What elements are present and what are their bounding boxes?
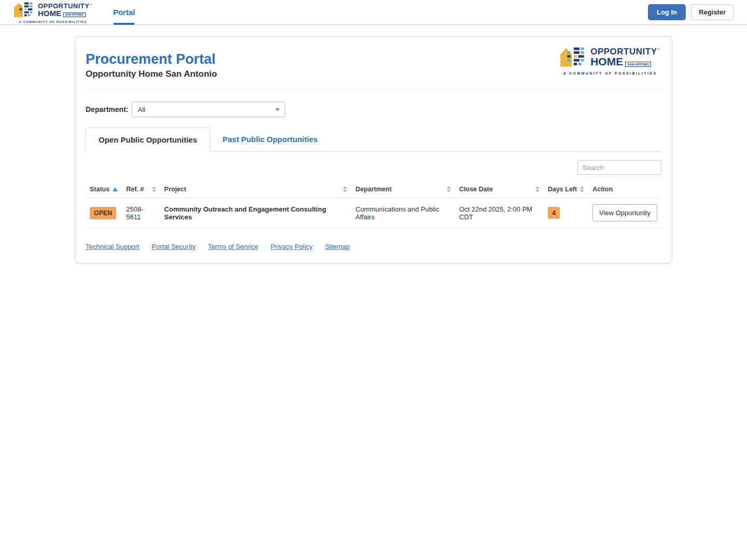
tab-open-public-opportunities[interactable]: Open Public Opportunities: [86, 128, 210, 152]
opportunities-tabs: Open Public Opportunities Past Public Op…: [86, 128, 661, 152]
opportunity-home-logo[interactable]: OPPORTUNITY™ HOMESAN ANTONIO A COMMUNITY…: [13, 2, 92, 23]
chevron-down-icon: [275, 108, 280, 111]
portal-security-link[interactable]: Portal Security: [151, 243, 196, 250]
logo-tagline: A COMMUNITY OF POSSIBILITIES: [19, 20, 87, 23]
logo-line2: HOMESAN ANTONIO: [38, 9, 92, 17]
sort-icon: [447, 186, 451, 192]
log-in-button[interactable]: Log In: [648, 4, 686, 20]
sort-asc-icon: [113, 187, 118, 191]
ref-number-cell: 2508-5611: [122, 198, 160, 228]
view-opportunity-button[interactable]: View Opportunity: [592, 204, 657, 221]
logo-line2: HOMESAN ANTONIO: [590, 56, 660, 67]
opportunity-home-logo-large: OPPORTUNITY™ HOMESAN ANTONIO A COMMUNITY…: [560, 46, 660, 75]
logo-san-antonio: SAN ANTONIO: [625, 62, 651, 67]
close-date-cell: Oct 22nd 2025, 2:00 PM CDT: [455, 198, 544, 228]
privacy-policy-link[interactable]: Privacy Policy: [271, 243, 313, 250]
register-button[interactable]: Register: [691, 4, 734, 20]
opportunity-home-house-icon: [13, 2, 35, 18]
department-selected-value: All: [137, 106, 145, 114]
search-input[interactable]: [577, 160, 661, 175]
department-cell: Communications and Public Affairs: [351, 198, 455, 228]
logo-line1: OPPORTUNITY™: [38, 3, 92, 9]
logo-tagline: A COMMUNITY OF POSSIBILITIES: [563, 72, 657, 75]
sort-icon: [343, 186, 347, 192]
top-navbar: OPPORTUNITY™ HOMESAN ANTONIO A COMMUNITY…: [0, 0, 747, 25]
trademark-symbol: ™: [657, 48, 661, 51]
terms-of-service-link[interactable]: Terms of Service: [208, 243, 258, 250]
sort-icon: [152, 186, 156, 192]
tab-past-public-opportunities[interactable]: Past Public Opportunities: [210, 128, 330, 151]
technical-support-link[interactable]: Technical Support: [86, 243, 139, 250]
sort-icon: [535, 186, 540, 192]
table-header-row: Status Ref. # Project Department Close D…: [86, 181, 661, 198]
nav-tab-portal[interactable]: Portal: [113, 0, 135, 25]
days-left-badge: 4: [548, 207, 560, 219]
status-badge: OPEN: [90, 207, 116, 219]
footer-links: Technical Support Portal Security Terms …: [86, 243, 661, 250]
logo-line1: OPPORTUNITY™: [590, 47, 660, 56]
column-header-close-date[interactable]: Close Date: [455, 181, 544, 198]
project-cell: Community Outreach and Engagement Consul…: [160, 198, 352, 228]
column-header-project[interactable]: Project: [160, 181, 352, 198]
department-select[interactable]: All: [132, 102, 285, 117]
opportunity-home-house-icon: [560, 46, 588, 68]
table-row: OPEN 2508-5611 Community Outreach and En…: [86, 198, 661, 228]
active-nav-underline: [114, 23, 134, 25]
trademark-symbol: ™: [89, 3, 92, 6]
procurement-portal-card: Procurement Portal Opportunity Home San …: [75, 36, 672, 263]
logo-san-antonio: SAN ANTONIO: [63, 12, 86, 17]
sitemap-link[interactable]: Sitemap: [325, 243, 350, 250]
header-divider: [86, 88, 661, 88]
column-header-ref[interactable]: Ref. #: [122, 181, 160, 198]
column-header-days-left[interactable]: Days Left: [544, 181, 588, 198]
column-header-department[interactable]: Department: [351, 181, 455, 198]
department-label: Department:: [86, 105, 128, 114]
opportunities-table: Status Ref. # Project Department Close D…: [86, 181, 661, 228]
sort-icon: [580, 186, 584, 192]
column-header-action: Action: [588, 181, 661, 198]
column-header-status[interactable]: Status: [86, 181, 122, 198]
